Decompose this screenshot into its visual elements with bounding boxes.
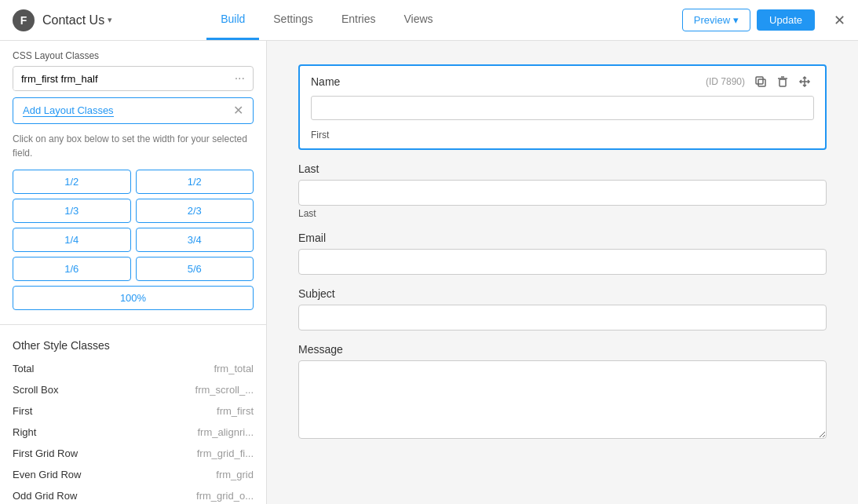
- subject-field-label: Subject: [298, 287, 827, 300]
- sidebar-divider: [0, 324, 266, 325]
- header: F Contact Us ▾ Build Settings Entries Vi…: [0, 0, 858, 41]
- style-name-first-grid: First Grid Row: [13, 447, 78, 459]
- main-layout: CSS Layout Classes ··· Add Layout Classe…: [0, 41, 858, 504]
- last-field-block: Last Last: [298, 163, 827, 219]
- update-button[interactable]: Update: [757, 9, 815, 31]
- grid-btn-2-3[interactable]: 2/3: [136, 199, 254, 223]
- style-name-first: First: [13, 405, 32, 417]
- name-field-input[interactable]: [311, 96, 814, 120]
- style-row-odd-grid: Odd Grid Row frm_grid_o...: [0, 485, 266, 504]
- logo-icon: F: [13, 9, 35, 31]
- grid-btn-100[interactable]: 100%: [13, 286, 254, 310]
- svg-rect-0: [758, 79, 765, 86]
- grid-btn-1-3[interactable]: 1/3: [13, 199, 131, 223]
- tab-entries[interactable]: Entries: [327, 0, 390, 40]
- grid-row-half: 1/2 1/2: [13, 170, 254, 194]
- add-layout-label: Add Layout Classes: [23, 104, 114, 117]
- tab-views[interactable]: Views: [389, 0, 447, 40]
- app-title: Contact Us ▾: [42, 13, 112, 27]
- tab-settings[interactable]: Settings: [259, 0, 327, 40]
- preview-button[interactable]: Preview ▾: [682, 9, 750, 31]
- grid-row-quarters: 1/4 3/4: [13, 228, 254, 252]
- style-name-total: Total: [13, 363, 34, 374]
- name-field-sublabel: First: [300, 128, 825, 148]
- grid-btn-3-4[interactable]: 3/4: [136, 228, 254, 252]
- style-name-right: Right: [13, 426, 36, 438]
- close-add-layout-button[interactable]: ✕: [233, 104, 243, 117]
- style-row-first: First frm_first: [0, 400, 266, 422]
- svg-rect-2: [780, 79, 786, 86]
- last-field-input[interactable]: [298, 180, 827, 206]
- hint-text: Click on any box below to set the width …: [0, 129, 266, 170]
- trash-icon: [776, 75, 789, 88]
- copy-icon: [754, 75, 767, 88]
- tab-build[interactable]: Build: [206, 0, 259, 40]
- style-class-right: frm_alignri...: [197, 426, 254, 438]
- grid-btn-1-6[interactable]: 1/6: [13, 257, 131, 281]
- css-class-input[interactable]: [13, 68, 227, 90]
- last-field-sublabel: Last: [298, 208, 827, 219]
- email-field-input[interactable]: [298, 249, 827, 275]
- grid-row-full: 100%: [13, 286, 254, 310]
- delete-field-button[interactable]: [773, 74, 792, 89]
- header-tabs: Build Settings Entries Views: [206, 0, 447, 40]
- style-row-right: Right frm_alignri...: [0, 422, 266, 443]
- email-field-label: Email: [298, 232, 827, 244]
- style-class-even-grid: frm_grid: [216, 469, 254, 480]
- sidebar: CSS Layout Classes ··· Add Layout Classe…: [0, 41, 267, 504]
- style-class-total: frm_total: [214, 363, 254, 374]
- style-row-even-grid: Even Grid Row frm_grid: [0, 464, 266, 485]
- email-field-block: Email: [298, 232, 827, 275]
- css-layout-title: CSS Layout Classes: [0, 41, 266, 66]
- style-row-first-grid: First Grid Row frm_grid_fi...: [0, 443, 266, 464]
- style-class-first: frm_first: [217, 405, 254, 417]
- move-icon: [798, 75, 811, 88]
- name-field-header: Name (ID 7890): [300, 66, 825, 93]
- name-field-actions: [751, 74, 814, 89]
- grid-btn-1-4[interactable]: 1/4: [13, 228, 131, 252]
- title-caret-icon[interactable]: ▾: [108, 15, 112, 25]
- grid-row-thirds: 1/3 2/3: [13, 199, 254, 223]
- style-row-total: Total frm_total: [0, 358, 266, 379]
- close-button[interactable]: ✕: [834, 12, 845, 29]
- style-row-scroll: Scroll Box frm_scroll_...: [0, 379, 266, 400]
- grid-section: 1/2 1/2 1/3 2/3 1/4 3/4 1/6 5/6 100%: [0, 170, 266, 324]
- css-input-row: ···: [13, 66, 254, 91]
- svg-rect-1: [756, 77, 763, 84]
- message-field-block: Message: [298, 343, 827, 441]
- style-class-first-grid: frm_grid_fi...: [197, 447, 254, 459]
- grid-btn-5-6[interactable]: 5/6: [136, 257, 254, 281]
- style-name-odd-grid: Odd Grid Row: [13, 490, 77, 502]
- copy-field-button[interactable]: [751, 74, 770, 89]
- style-class-scroll: frm_scroll_...: [195, 384, 254, 396]
- subject-field-block: Subject: [298, 287, 827, 331]
- add-layout-classes-row[interactable]: Add Layout Classes ✕: [13, 97, 254, 124]
- name-field-block[interactable]: Name (ID 7890) First: [298, 64, 827, 150]
- form-content: Name (ID 7890) First Last: [267, 41, 858, 504]
- other-styles-title: Other Style Classes: [0, 333, 266, 358]
- style-name-even-grid: Even Grid Row: [13, 469, 81, 480]
- subject-field-input[interactable]: [298, 305, 827, 331]
- name-field-label: Name: [311, 75, 706, 88]
- grid-btn-1-2-left[interactable]: 1/2: [13, 170, 131, 194]
- css-dots-icon[interactable]: ···: [227, 67, 253, 90]
- message-field-label: Message: [298, 343, 827, 356]
- last-field-label: Last: [298, 163, 827, 175]
- grid-btn-1-2-right[interactable]: 1/2: [136, 170, 254, 194]
- style-class-odd-grid: frm_grid_o...: [196, 490, 254, 502]
- grid-row-sixths: 1/6 5/6: [13, 257, 254, 281]
- header-actions: Preview ▾ Update ✕: [682, 9, 845, 31]
- move-field-button[interactable]: [795, 74, 814, 89]
- style-name-scroll: Scroll Box: [13, 384, 59, 396]
- message-field-textarea[interactable]: [298, 360, 827, 439]
- name-field-id: (ID 7890): [706, 76, 745, 87]
